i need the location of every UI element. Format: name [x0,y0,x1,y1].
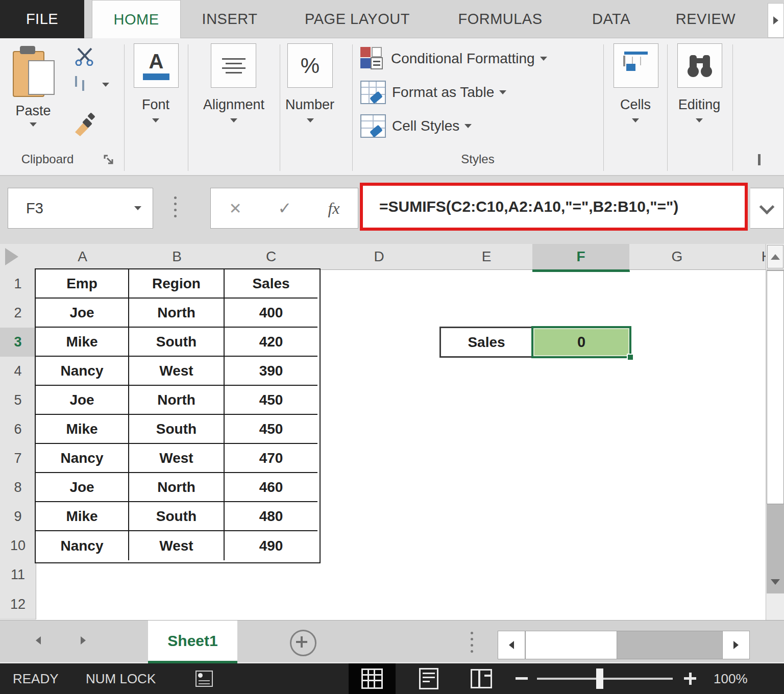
conditional-formatting-button[interactable]: Conditional Formatting [360,45,547,72]
vertical-scrollbar[interactable] [766,244,784,620]
table-header-cell[interactable]: Emp [36,269,129,299]
table-cell[interactable]: Mike [36,502,129,531]
column-header-h[interactable]: H [725,244,766,270]
row-header-6[interactable]: 6 [0,415,36,444]
format-as-table-button[interactable]: Format as Table [360,79,506,106]
result-label-cell[interactable]: Sales [439,327,533,358]
table-cell[interactable]: Nancy [36,444,129,473]
horizontal-scrollbar[interactable] [498,631,750,659]
table-cell[interactable]: South [129,415,225,444]
column-header-a[interactable]: A [36,244,130,270]
table-cell[interactable]: Mike [36,415,129,444]
dropdown-arrow-icon[interactable] [230,122,237,132]
cells-button[interactable] [614,43,658,88]
table-cell[interactable]: North [129,473,225,502]
dropdown-arrow-icon[interactable] [152,122,159,132]
row-header-7[interactable]: 7 [0,444,36,474]
column-header-b[interactable]: B [129,244,225,270]
insert-function-icon[interactable]: fx [328,199,339,218]
tab-page-layout[interactable]: PAGE LAYOUT [296,0,419,38]
format-painter-button[interactable] [73,111,100,137]
add-sheet-button[interactable] [290,630,316,656]
table-cell[interactable]: West [129,444,225,473]
table-cell[interactable]: South [129,328,225,357]
collapse-ribbon-button[interactable] [758,157,761,166]
macro-record-icon[interactable] [195,671,213,687]
table-cell[interactable]: 400 [225,299,317,328]
cancel-icon[interactable]: ✕ [229,200,241,217]
column-header-g[interactable]: G [629,244,725,270]
table-cell[interactable]: Joe [36,473,129,502]
font-button[interactable]: A [134,43,179,88]
editing-button[interactable] [677,43,722,88]
row-header-10[interactable]: 10 [0,531,36,561]
dropdown-arrow-icon[interactable] [696,122,703,132]
name-box[interactable]: F3 [8,188,153,229]
row-header-3-selected[interactable]: 3 [0,328,38,357]
column-header-f-selected[interactable]: F [532,244,630,272]
tab-review[interactable]: REVIEW [661,0,750,38]
cell-styles-button[interactable]: Cell Styles [360,113,472,139]
table-cell[interactable]: Joe [36,299,129,328]
zoom-level[interactable]: 100% [714,663,748,694]
tab-data[interactable]: DATA [567,0,656,38]
dropdown-arrow-icon[interactable] [307,122,314,132]
table-cell[interactable]: 450 [225,386,317,415]
paste-button[interactable]: Paste [13,46,64,148]
table-header-cell[interactable]: Region [129,269,225,299]
scrollbar-thumb[interactable] [767,270,784,504]
table-cell[interactable]: 470 [225,444,317,473]
sheet-bar-resize-handle[interactable] [471,632,473,653]
row-header-4[interactable]: 4 [0,357,36,386]
row-header-9[interactable]: 9 [0,502,36,532]
table-cell[interactable]: 490 [225,531,317,560]
row-header-1[interactable]: 1 [0,269,36,299]
view-normal-button[interactable] [349,663,396,694]
table-cell[interactable]: Mike [36,328,129,357]
formula-bar-resize-handle[interactable] [174,196,177,217]
enter-icon[interactable]: ✓ [278,199,292,218]
table-cell[interactable]: 480 [225,502,317,531]
hscrollbar-thumb[interactable] [525,631,617,659]
table-cell[interactable]: North [129,299,225,328]
tab-scroll-right-button[interactable] [768,3,784,38]
scroll-right-button[interactable] [722,631,749,659]
scroll-up-button[interactable] [767,245,783,268]
hscrollbar-track[interactable] [617,631,722,659]
table-cell[interactable]: 450 [225,415,317,444]
row-header-2[interactable]: 2 [0,299,36,328]
column-header-e[interactable]: E [440,244,533,270]
view-page-break-button[interactable] [461,663,502,694]
alignment-button[interactable] [211,43,256,88]
table-header-cell[interactable]: Sales [225,269,317,299]
sheet-nav-next-button[interactable] [76,633,91,648]
number-button[interactable]: % [287,43,333,88]
table-cell[interactable]: West [129,531,225,560]
table-cell[interactable]: Nancy [36,531,129,560]
fill-handle[interactable] [627,354,634,361]
select-all-button[interactable] [0,244,36,270]
row-header-11[interactable]: 11 [0,560,36,590]
table-cell[interactable]: 420 [225,328,317,357]
row-header-5[interactable]: 5 [0,386,36,415]
scroll-left-button[interactable] [498,631,525,659]
scroll-down-button[interactable] [767,571,783,593]
table-cell[interactable]: Joe [36,386,129,415]
zoom-slider-track[interactable] [537,678,673,680]
table-cell[interactable]: 390 [225,357,317,386]
view-page-layout-button[interactable] [408,663,449,694]
table-cell[interactable]: Nancy [36,357,129,386]
table-cell[interactable]: 460 [225,473,317,502]
sheet-nav-prev-button[interactable] [31,633,46,648]
row-header-12[interactable]: 12 [0,589,36,619]
tab-home[interactable]: HOME [92,0,181,39]
expand-formula-bar-button[interactable] [750,188,784,229]
dropdown-arrow-icon[interactable] [632,122,639,132]
copy-dropdown-arrow-icon[interactable] [102,87,109,96]
copy-button[interactable] [75,77,97,98]
zoom-slider-thumb[interactable] [596,668,603,689]
clipboard-dialog-launcher[interactable] [104,155,115,166]
name-box-dropdown-icon[interactable] [134,206,141,210]
table-cell[interactable]: North [129,386,225,415]
cut-button[interactable] [74,47,97,66]
